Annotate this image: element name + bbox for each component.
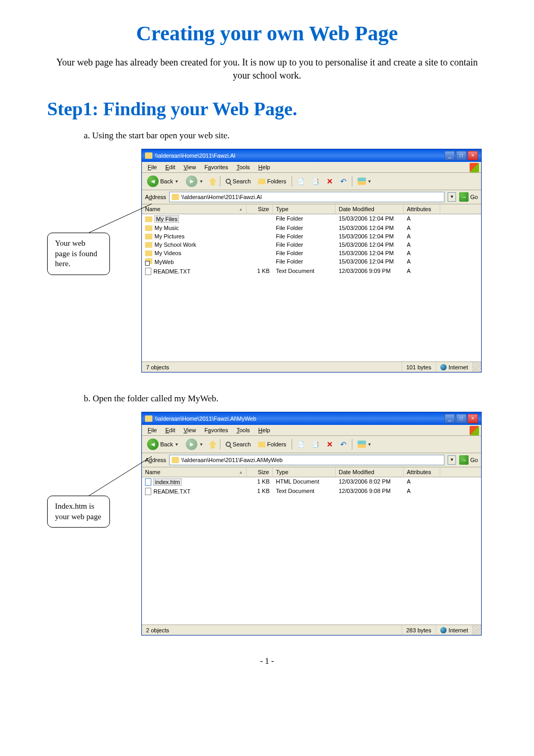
menu-help[interactable]: Help xyxy=(254,426,274,434)
copyto-icon[interactable]: 📑 xyxy=(310,440,321,449)
folders-button[interactable]: Folders xyxy=(256,177,288,185)
delete-icon[interactable]: ✕ xyxy=(325,176,335,187)
file-row[interactable]: README.TXT 1 KB Text Document 12/03/2006… xyxy=(142,267,481,276)
menu-bar: File Edit View Favorites Tools Help xyxy=(142,425,481,436)
moveto-icon[interactable]: 📄 xyxy=(295,440,307,449)
file-attr: A xyxy=(404,249,440,257)
file-row[interactable]: index.htm 1 KB HTML Document 12/03/2006 … xyxy=(142,477,481,487)
col-type-header[interactable]: Type xyxy=(273,467,336,477)
back-button[interactable]: ◄ Back ▼ xyxy=(145,437,181,451)
file-name[interactable]: MyWeb xyxy=(154,259,174,265)
undo-icon[interactable]: ↶ xyxy=(338,439,349,450)
menu-tools[interactable]: Tools xyxy=(233,163,254,171)
col-size-header[interactable]: Size xyxy=(247,467,273,477)
file-row[interactable]: My Videos File Folder 15/03/2006 12:04 P… xyxy=(142,249,481,257)
address-input[interactable]: \\alderaan\Home\2011\Fawzi.Al xyxy=(169,192,444,202)
close-button[interactable]: × xyxy=(468,414,478,423)
file-name[interactable]: My School Work xyxy=(154,242,196,248)
col-date-header[interactable]: Date Modified xyxy=(336,467,404,477)
minimize-button[interactable]: _ xyxy=(444,414,455,423)
forward-button[interactable]: ► ▼ xyxy=(184,174,205,188)
resize-grip[interactable] xyxy=(473,625,481,635)
file-date: 15/03/2006 12:04 PM xyxy=(336,241,404,248)
file-name[interactable]: My Videos xyxy=(154,250,181,256)
title-bar: \\alderaan\Home\2011\Fawzi.Al _ □ × xyxy=(142,149,481,162)
forward-button[interactable]: ► ▼ xyxy=(184,437,205,451)
menu-edit[interactable]: Edit xyxy=(162,426,179,434)
file-name[interactable]: README.TXT xyxy=(153,268,191,275)
file-date: 12/03/2006 9:08 PM xyxy=(336,487,404,496)
file-date: 15/03/2006 12:04 PM xyxy=(336,233,404,240)
intro-text: Your web page has already been created f… xyxy=(47,56,487,82)
up-folder-icon[interactable] xyxy=(208,177,217,185)
step-b: b. Open the folder called my MyWeb. xyxy=(84,393,487,404)
menu-favorites[interactable]: Favorites xyxy=(201,426,231,434)
svg-line-1 xyxy=(89,456,152,496)
col-attr-header[interactable]: Attributes xyxy=(404,204,440,214)
file-attr: A xyxy=(404,233,440,240)
search-button[interactable]: Search xyxy=(224,440,253,448)
menu-favorites[interactable]: Favorites xyxy=(201,163,231,171)
col-name-header[interactable]: Name▲ xyxy=(142,204,247,214)
delete-icon[interactable]: ✕ xyxy=(325,439,335,450)
file-row[interactable]: My Pictures File Folder 15/03/2006 12:04… xyxy=(142,232,481,240)
file-name[interactable]: My Files xyxy=(154,215,179,223)
file-size xyxy=(247,258,273,266)
views-button[interactable]: ▼ xyxy=(355,177,374,186)
windows-logo-icon xyxy=(470,426,479,435)
col-size-header[interactable]: Size xyxy=(247,204,273,214)
window-controls: _ □ × xyxy=(444,414,478,423)
callout-line-1 xyxy=(89,201,157,238)
go-button[interactable]: → Go xyxy=(459,455,478,465)
chevron-down-icon: ▼ xyxy=(174,442,179,447)
moveto-icon[interactable]: 📄 xyxy=(295,177,307,186)
close-button[interactable]: × xyxy=(468,151,478,160)
address-dropdown[interactable]: ▼ xyxy=(448,455,456,465)
resize-grip[interactable] xyxy=(473,362,481,372)
address-dropdown[interactable]: ▼ xyxy=(448,192,456,202)
menu-view[interactable]: View xyxy=(180,426,200,434)
file-name[interactable]: My Pictures xyxy=(154,233,184,239)
file-row[interactable]: MyWeb File Folder 15/03/2006 12:04 PM A xyxy=(142,257,481,267)
go-button[interactable]: → Go xyxy=(459,192,478,202)
col-name-header[interactable]: Name▲ xyxy=(142,467,247,477)
menu-file[interactable]: File xyxy=(144,426,161,434)
menu-edit[interactable]: Edit xyxy=(162,163,179,171)
folder-icon xyxy=(145,415,152,422)
menu-help[interactable]: Help xyxy=(254,163,274,171)
menu-view[interactable]: View xyxy=(180,163,200,171)
file-row[interactable]: My School Work File Folder 15/03/2006 12… xyxy=(142,240,481,249)
copyto-icon[interactable]: 📑 xyxy=(310,177,321,186)
minimize-button[interactable]: _ xyxy=(444,151,455,160)
figure-2: Index.htm is your web page \\alderaan\Ho… xyxy=(58,412,487,636)
file-row[interactable]: README.TXT 1 KB Text Document 12/03/2006… xyxy=(142,487,481,496)
col-attr-header[interactable]: Attributes xyxy=(404,467,440,477)
folder-icon xyxy=(172,194,179,200)
file-name[interactable]: My Music xyxy=(154,225,179,231)
file-type: File Folder xyxy=(273,233,336,240)
address-bar: Address \\alderaan\Home\2011\Fawzi.Al\My… xyxy=(142,453,481,467)
file-date: 12/03/2006 8:02 PM xyxy=(336,478,404,486)
views-button[interactable]: ▼ xyxy=(355,440,374,449)
undo-icon[interactable]: ↶ xyxy=(338,176,349,187)
folders-icon xyxy=(258,442,265,447)
menu-tools[interactable]: Tools xyxy=(233,426,254,434)
menu-file[interactable]: File xyxy=(144,163,161,171)
file-row[interactable]: My Music File Folder 15/03/2006 12:04 PM… xyxy=(142,224,481,232)
folder-icon xyxy=(145,242,152,248)
col-date-header[interactable]: Date Modified xyxy=(336,204,404,214)
go-icon: → xyxy=(459,455,469,465)
folders-button[interactable]: Folders xyxy=(256,440,288,448)
up-folder-icon[interactable] xyxy=(208,440,217,448)
address-input[interactable]: \\alderaan\Home\2011\Fawzi.Al\MyWeb xyxy=(169,455,444,465)
back-button[interactable]: ◄ Back ▼ xyxy=(145,174,181,188)
maximize-button[interactable]: □ xyxy=(456,414,466,423)
page-number: - 1 - xyxy=(47,656,487,666)
file-name[interactable]: README.TXT xyxy=(153,488,191,495)
file-row[interactable]: My Files File Folder 15/03/2006 12:04 PM… xyxy=(142,214,481,224)
search-button[interactable]: Search xyxy=(224,177,253,185)
maximize-button[interactable]: □ xyxy=(456,151,466,160)
col-type-header[interactable]: Type xyxy=(273,204,336,214)
chevron-down-icon: ▼ xyxy=(368,442,372,447)
file-name[interactable]: index.htm xyxy=(153,478,182,486)
